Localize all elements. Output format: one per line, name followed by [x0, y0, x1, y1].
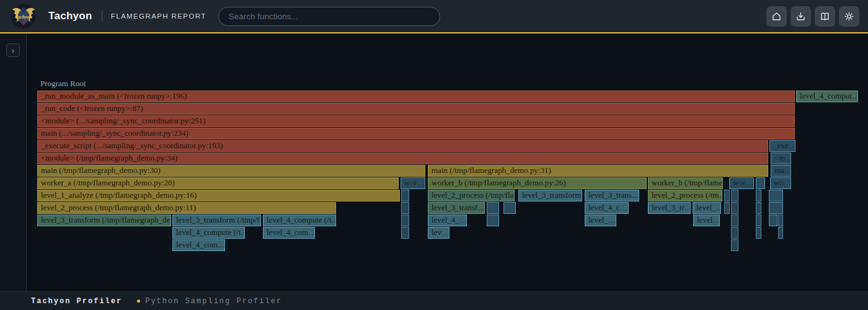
- flame-block[interactable]: [731, 215, 738, 226]
- flame-block[interactable]: level_4_…: [428, 215, 467, 226]
- flame-block[interactable]: <module> (.../sampling/_sync_coordinator…: [37, 115, 795, 127]
- flame-block[interactable]: level_4_compute (/t…: [172, 227, 245, 239]
- flame-block[interactable]: level_4_c…: [585, 202, 629, 214]
- flame-block[interactable]: [778, 227, 783, 239]
- flame-block[interactable]: level_…: [693, 202, 721, 214]
- flame-block[interactable]: [769, 215, 777, 226]
- flame-block[interactable]: [487, 215, 499, 226]
- flame-block[interactable]: level_4_compute (/t…: [263, 215, 336, 226]
- download-button[interactable]: [790, 6, 811, 27]
- flame-block[interactable]: level_3_transform (/tmp/flamegraph_dem…: [37, 215, 171, 226]
- flame-block[interactable]: level_4_com…: [172, 239, 225, 251]
- flame-block[interactable]: [401, 190, 409, 202]
- download-icon: [795, 11, 807, 22]
- header-actions: [766, 6, 859, 27]
- flame-block[interactable]: level_3_transform…: [518, 190, 582, 202]
- flame-block[interactable]: main (/tmp/flamegraph_demo.py:31): [428, 165, 768, 177]
- flame-block[interactable]: <m…: [771, 153, 791, 164]
- flame-block[interactable]: [401, 215, 409, 226]
- flame-block[interactable]: [724, 190, 730, 202]
- app-header: Tachyon Tachyon FLAMEGRAPH REPORT: [0, 0, 868, 33]
- flame-block[interactable]: level…: [693, 215, 720, 226]
- flame-block[interactable]: level_4_com…: [263, 227, 315, 239]
- flame-block[interactable]: [756, 190, 761, 202]
- flame-block[interactable]: [756, 227, 761, 239]
- flame-block[interactable]: [769, 202, 783, 214]
- sun-icon: [843, 11, 855, 22]
- flame-block[interactable]: worker_b (/tmp/flamegraph_demo.py:26): [428, 177, 647, 189]
- status-bar: Tachyon Profiler Python Sampling Profile…: [0, 291, 868, 310]
- flame-block[interactable]: level_3_tr…: [648, 202, 691, 214]
- flame-block[interactable]: level_2_process (/tmp/flamegraph_demo.py…: [37, 202, 336, 214]
- home-button[interactable]: [766, 6, 787, 27]
- flame-block[interactable]: lev…: [428, 227, 450, 239]
- flame-block[interactable]: main (.../sampling/_sync_coordinator.py:…: [37, 128, 795, 140]
- flame-block[interactable]: wor…: [729, 177, 754, 189]
- flame-block[interactable]: ma…: [771, 165, 791, 177]
- flamegraph-canvas: Program Root _run_module_as_main (<froze…: [0, 33, 868, 291]
- report-type-label: FLAMEGRAPH REPORT: [111, 12, 206, 20]
- flame-block[interactable]: main (/tmp/flamegraph_demo.py:30): [37, 165, 425, 177]
- status-app-name: Tachyon Profiler: [31, 297, 122, 306]
- flame-block[interactable]: [756, 215, 761, 226]
- flame-block[interactable]: [401, 202, 409, 214]
- flame-block[interactable]: [731, 190, 738, 202]
- status-dot-icon: [137, 299, 140, 303]
- flame-block[interactable]: wo…: [770, 177, 791, 189]
- flame-block[interactable]: _exe…: [769, 140, 795, 152]
- flame-block[interactable]: level_2_process (/tm…: [648, 190, 722, 202]
- flame-block[interactable]: level_3_trans…: [585, 190, 639, 202]
- flame-block[interactable]: level_3_transform (/tmp/fl…: [172, 215, 261, 226]
- docs-button[interactable]: [815, 6, 835, 27]
- flame-block[interactable]: _execute_script (.../sampling/_sync_coor…: [37, 140, 768, 152]
- svg-text:Tachyon: Tachyon: [15, 14, 32, 20]
- header-divider: [102, 11, 102, 22]
- flame-block[interactable]: level_3_transf…: [428, 202, 485, 214]
- flame-block[interactable]: [756, 177, 765, 189]
- flame-block[interactable]: worker_b (/tmp/flame…: [648, 177, 723, 189]
- status-subtitle: Python Sampling Profiler: [145, 297, 282, 306]
- book-icon: [819, 11, 831, 22]
- flame-block[interactable]: [731, 202, 738, 214]
- app-title: Tachyon: [48, 10, 92, 22]
- flame-block[interactable]: level_2_process (/tmp/fla…: [428, 190, 515, 202]
- flame-block[interactable]: [769, 190, 783, 202]
- program-root-label: Program Root: [40, 79, 86, 89]
- flame-block[interactable]: [401, 227, 409, 239]
- home-icon: [771, 11, 782, 22]
- flame-block[interactable]: <module> (/tmp/flamegraph_demo.py:34): [37, 153, 768, 164]
- flame-block[interactable]: level_…: [585, 215, 616, 226]
- flame-block[interactable]: _run_module_as_main (<frozen runpy>:196): [37, 91, 795, 102]
- flame-block[interactable]: _run_code (<frozen runpy>:87): [37, 103, 795, 115]
- theme-button[interactable]: [839, 6, 859, 27]
- tachyon-logo-icon: Tachyon: [10, 2, 37, 30]
- flame-block[interactable]: [731, 227, 738, 239]
- flame-block[interactable]: [487, 202, 499, 214]
- flame-block[interactable]: level_1_analyze (/tmp/flamegraph_demo.py…: [37, 190, 400, 202]
- flame-block[interactable]: [503, 202, 516, 214]
- flame-block[interactable]: level_4_comput…: [796, 91, 858, 102]
- search-input[interactable]: [218, 7, 440, 26]
- flame-block[interactable]: wor…: [401, 177, 425, 189]
- flame-block[interactable]: [756, 202, 761, 214]
- flame-block[interactable]: [731, 239, 738, 251]
- flame-block[interactable]: [724, 202, 730, 214]
- flame-block[interactable]: worker_a (/tmp/flamegraph_demo.py:20): [37, 177, 399, 189]
- flame-block[interactable]: [778, 215, 783, 226]
